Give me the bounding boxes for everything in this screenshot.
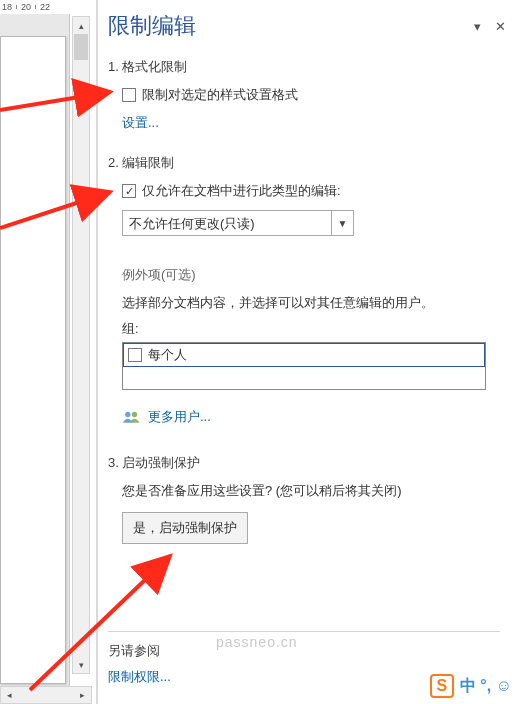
start-enforcement-button[interactable]: 是，启动强制保护 [122,512,248,544]
group-label: 组: [122,320,506,338]
scroll-left-button[interactable]: ◂ [1,687,18,703]
separator-line [108,631,500,632]
ime-bar[interactable]: S 中 °, ☺ [426,672,516,700]
formatting-restrictions-section: 1. 格式化限制 限制对选定的样式设置格式 设置... [108,58,506,132]
group-listbox[interactable]: 每个人 [122,342,486,390]
exceptions-description: 选择部分文档内容，并选择可以对其任意编辑的用户。 [122,294,506,312]
section3-heading: 3. 启动强制保护 [108,454,506,472]
document-page [0,36,66,684]
panel-title: 限制编辑 [108,11,196,41]
settings-link[interactable]: 设置... [122,114,506,132]
ruler-ticks: 18 20 22 [0,0,70,14]
ime-logo-icon[interactable]: S [430,674,454,698]
horizontal-scrollbar[interactable]: ◂ ▸ [0,686,92,704]
close-icon[interactable]: ✕ [495,19,506,34]
document-area [0,14,70,690]
allow-editing-label: 仅允许在文档中进行此类型的编辑: [142,182,341,200]
limit-formatting-label: 限制对选定的样式设置格式 [142,86,298,104]
dropdown-value: 不允许任何更改(只读) [123,211,331,235]
enforcement-question: 您是否准备应用这些设置? (您可以稍后将其关闭) [122,482,506,500]
restrict-permission-link[interactable]: 限制权限... [108,668,171,686]
chevron-down-icon[interactable]: ▼ [331,211,353,235]
ruler-area: 18 20 22 ▴ ▾ ◂ ▸ [0,0,96,704]
scroll-thumb[interactable] [74,34,88,60]
section2-heading: 2. 编辑限制 [108,154,506,172]
scroll-down-button[interactable]: ▾ [73,656,89,673]
group-item-everyone[interactable]: 每个人 [123,343,485,367]
limit-formatting-checkbox[interactable] [122,88,136,102]
ime-status-text[interactable]: 中 °, ☺ [460,676,512,697]
everyone-label: 每个人 [148,346,187,364]
everyone-checkbox[interactable] [128,348,142,362]
allow-editing-checkbox[interactable]: ✓ [122,184,136,198]
scroll-right-button[interactable]: ▸ [74,687,91,703]
exceptions-label: 例外项(可选) [122,266,506,284]
section1-heading: 1. 格式化限制 [108,58,506,76]
vertical-scrollbar[interactable]: ▴ ▾ [72,16,90,674]
panel-header: 限制编辑 ▾ ✕ [108,6,506,46]
scroll-up-button[interactable]: ▴ [73,17,89,34]
svg-point-0 [125,412,130,417]
restrict-editing-panel: 限制编辑 ▾ ✕ 1. 格式化限制 限制对选定的样式设置格式 设置... 2. … [100,0,516,704]
see-also-label: 另请参阅 [108,642,160,660]
editing-restrictions-section: 2. 编辑限制 ✓ 仅允许在文档中进行此类型的编辑: 不允许任何更改(只读) ▼… [108,154,506,426]
panel-separator [96,0,98,704]
people-icon [122,410,140,424]
more-users-link[interactable]: 更多用户... [148,408,211,426]
editing-type-dropdown[interactable]: 不允许任何更改(只读) ▼ [122,210,354,236]
panel-menu-icon[interactable]: ▾ [474,19,481,34]
start-enforcement-section: 3. 启动强制保护 您是否准备应用这些设置? (您可以稍后将其关闭) 是，启动强… [108,454,506,544]
svg-point-1 [132,412,137,417]
